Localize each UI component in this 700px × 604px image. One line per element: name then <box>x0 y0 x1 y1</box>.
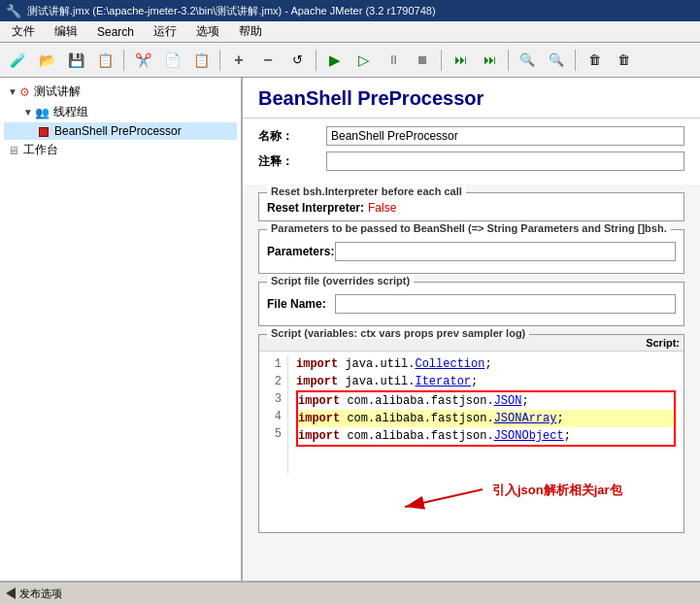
name-input[interactable] <box>326 126 684 146</box>
kw-import-3: import <box>298 394 340 408</box>
pause-button[interactable]: ⏸ <box>380 47 407 74</box>
main-layout: ▼ ⚙ 测试讲解 ▼ 👥 线程组 BeanShell PreProcessor … <box>0 78 700 581</box>
code-line-2: import java.util.Iterator; <box>296 373 676 390</box>
menu-bar: 文件 编辑 Search 运行 选项 帮助 <box>0 21 700 43</box>
script-section-legend: Script (variables: ctx vars props prev s… <box>267 327 529 339</box>
templates-button[interactable]: 📋 <box>91 47 118 74</box>
script-section: Script (variables: ctx vars props prev s… <box>258 334 684 533</box>
remote-start-all-button[interactable]: ⏭ <box>476 47 503 74</box>
separator-4 <box>441 50 442 71</box>
separator-2 <box>219 50 220 71</box>
line-num-5: 5 <box>265 425 282 443</box>
comment-input[interactable] <box>326 151 684 171</box>
status-label: 发布选项 <box>19 587 62 601</box>
reset-value: False <box>368 201 396 215</box>
svg-line-1 <box>405 489 483 507</box>
params-input[interactable] <box>335 242 676 261</box>
params-section: Parameters to be passed to BeanShell (=>… <box>258 229 684 274</box>
root-icon: ⚙ <box>19 85 30 99</box>
beanshell-icon <box>39 124 50 138</box>
thread-group-icon: 👥 <box>35 106 50 119</box>
menu-options[interactable]: 选项 <box>188 21 227 42</box>
expand-button[interactable]: + <box>225 47 252 74</box>
save-button[interactable]: 💾 <box>62 47 89 74</box>
separator-1 <box>123 50 124 71</box>
reset-button[interactable]: ↺ <box>283 47 311 74</box>
toolbar: 🧪 📂 💾 📋 ✂️ 📄 📋 + − ↺ ▶ ▷ ⏸ ⏹ ⏭ ⏭ 🔍 🔍 🗑 🗑 <box>0 43 700 78</box>
menu-edit[interactable]: 编辑 <box>47 21 85 42</box>
tree-label-thread-group: 线程组 <box>53 104 88 120</box>
menu-help[interactable]: 帮助 <box>231 21 270 42</box>
panel-title: BeanShell PreProcessor <box>243 78 700 118</box>
annotation-container: 引入json解析相关jar包 <box>259 478 683 532</box>
tree-label-beanshell: BeanShell PreProcessor <box>54 124 182 138</box>
name-row: 名称： <box>258 126 684 146</box>
tree-item-root[interactable]: ▼ ⚙ 测试讲解 <box>4 82 237 102</box>
arrow-icon-root: ▼ <box>8 86 17 97</box>
line-numbers: 1 2 3 4 5 <box>259 355 288 474</box>
arrow-icon-tg: ▼ <box>23 107 33 117</box>
open-button[interactable]: 📂 <box>33 47 60 74</box>
remote-start-button[interactable]: ⏭ <box>447 47 474 74</box>
code-line-1: import java.util.Collection; <box>296 355 676 373</box>
start-button[interactable]: ▶ <box>321 47 349 74</box>
new-button[interactable]: 🧪 <box>4 47 31 74</box>
scriptfile-section: Script file (overrides script) File Name… <box>258 282 684 326</box>
reset-section: Reset bsh.Interpreter before each call R… <box>258 192 684 221</box>
separator-6 <box>575 50 576 71</box>
code-line-5: import com.alibaba.fastjson.JSONObject; <box>298 427 674 445</box>
tree-label-workbench: 工作台 <box>23 142 58 158</box>
script-body: 1 2 3 4 5 import java.util.Collection; i… <box>259 352 683 478</box>
menu-run[interactable]: 运行 <box>146 21 184 42</box>
kw-import-4: import <box>298 412 340 425</box>
filename-row: File Name: <box>267 294 676 314</box>
filename-input[interactable] <box>335 294 676 314</box>
title-bar: 🔧 测试讲解.jmx (E:\apache-jmeter-3.2\bin\测试讲… <box>0 0 700 21</box>
find-button[interactable]: 🔍 <box>543 47 570 74</box>
filename-label: File Name: <box>267 297 335 311</box>
tree-label-root: 测试讲解 <box>34 84 81 100</box>
app-icon: 🔧 <box>6 4 21 18</box>
reset-label: Reset Interpreter: <box>267 201 364 215</box>
menu-file[interactable]: 文件 <box>4 21 43 42</box>
reset-row: Reset Interpreter: False <box>267 201 676 215</box>
triangle-icon <box>6 587 16 599</box>
search-toolbar-button[interactable]: 🔍 <box>514 47 541 74</box>
comment-row: 注释： <box>258 151 684 171</box>
line-num-4: 4 <box>265 408 282 425</box>
separator-3 <box>316 50 317 71</box>
params-row: Parameters: <box>267 242 676 261</box>
separator-5 <box>508 50 509 71</box>
tree-item-beanshell[interactable]: BeanShell PreProcessor <box>4 122 237 140</box>
script-header-label: Script: <box>646 337 680 349</box>
name-label: 名称： <box>258 128 326 145</box>
left-panel: ▼ ⚙ 测试讲解 ▼ 👥 线程组 BeanShell PreProcessor … <box>0 78 243 581</box>
collapse-button[interactable]: − <box>254 47 282 74</box>
form-area: 名称： 注释： <box>243 118 700 185</box>
code-line-4: import com.alibaba.fastjson.JSONArray; <box>298 410 674 427</box>
stop-button[interactable]: ⏹ <box>409 47 436 74</box>
reset-section-legend: Reset bsh.Interpreter before each call <box>267 185 466 197</box>
annotation-text: 引入json解析相关jar包 <box>492 482 622 499</box>
line-num-3: 3 <box>265 390 282 408</box>
status-bar: 发布选项 <box>0 581 700 604</box>
tree-item-workbench[interactable]: 🖥 工作台 <box>4 140 237 160</box>
menu-search[interactable]: Search <box>89 23 142 41</box>
line-num-2: 2 <box>265 373 282 390</box>
kw-import-2: import <box>296 375 338 388</box>
clear-button[interactable]: 🗑 <box>581 47 608 74</box>
tree-item-thread-group[interactable]: ▼ 👥 线程组 <box>4 102 237 122</box>
cut-button[interactable]: ✂️ <box>129 47 156 74</box>
kw-import-5: import <box>298 429 340 443</box>
code-line-3: import com.alibaba.fastjson.JSON; <box>298 392 674 410</box>
scriptfile-section-legend: Script file (overrides script) <box>267 275 414 286</box>
right-panel: BeanShell PreProcessor 名称： 注释： Reset bsh… <box>243 78 700 581</box>
comment-label: 注释： <box>258 153 326 170</box>
clear-all-button[interactable]: 🗑 <box>610 47 637 74</box>
copy-button[interactable]: 📄 <box>158 47 185 74</box>
status-item-publish[interactable]: 发布选项 <box>6 587 62 601</box>
params-label: Parameters: <box>267 245 335 258</box>
start-nopause-button[interactable]: ▷ <box>350 47 378 74</box>
workbench-icon: 🖥 <box>8 144 19 157</box>
paste-button[interactable]: 📋 <box>187 47 215 74</box>
